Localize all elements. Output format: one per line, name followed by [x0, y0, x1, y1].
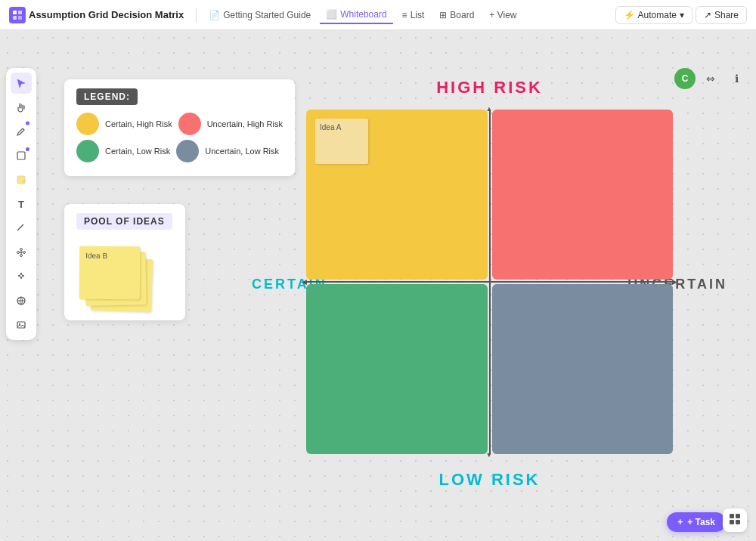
- arrow-down: ▼: [486, 451, 493, 459]
- shape-tool[interactable]: [11, 145, 32, 166]
- svg-rect-5: [17, 152, 25, 159]
- svg-rect-3: [18, 16, 22, 20]
- chevron-down-icon: ▾: [680, 10, 684, 20]
- sticky-stack: Idea D Idea C Idea B: [76, 243, 144, 311]
- text-tool[interactable]: T: [11, 193, 32, 215]
- tab-whiteboard[interactable]: ⬜ Whiteboard: [320, 6, 392, 24]
- svg-rect-1: [18, 11, 22, 14]
- hand-tool[interactable]: [11, 97, 32, 118]
- cell-uncertain-high[interactable]: [492, 110, 674, 280]
- page-title: Assumption Grid Decision Matrix: [29, 9, 184, 20]
- image-tool[interactable]: [11, 314, 32, 335]
- legend-label-certain-high: Certain, High Risk: [105, 119, 172, 129]
- arrow-left: ◀: [302, 278, 307, 286]
- sticky-idea-b[interactable]: Idea B: [79, 246, 141, 300]
- share-icon: ↗: [704, 10, 711, 20]
- doc-icon: 📄: [209, 10, 220, 20]
- tab-getting-started[interactable]: 📄 Getting Started Guide: [203, 7, 317, 23]
- matrix-grid: ◀ ▶ ▲ ▼ Idea A: [306, 110, 673, 454]
- legend-color-certain-low: [76, 140, 99, 162]
- arrow-right: ▶: [672, 278, 677, 286]
- cell-uncertain-low[interactable]: [492, 284, 674, 454]
- legend-color-uncertain-low: [176, 140, 199, 162]
- magic-tool[interactable]: [11, 266, 32, 287]
- svg-rect-0: [13, 11, 17, 14]
- pool-title: POOL OF IDEAS: [76, 213, 172, 230]
- canvas[interactable]: C ⇔ ℹ: [0, 30, 756, 541]
- v-axis-line: ▲ ▼: [489, 110, 491, 454]
- ruler-tool[interactable]: [11, 218, 32, 239]
- svg-rect-2: [13, 16, 17, 20]
- globe-tool[interactable]: [11, 290, 32, 311]
- svg-rect-17: [736, 520, 740, 524]
- cell-certain-low[interactable]: [306, 284, 488, 454]
- grid-view-button[interactable]: [723, 509, 747, 532]
- pen-tool[interactable]: [11, 121, 32, 142]
- tab-board[interactable]: ⊞ Board: [433, 7, 480, 23]
- decision-matrix: HIGH RISK LOW RISK CERTAIN UNCERTAIN ◀ ▶…: [246, 72, 733, 496]
- board-icon: ⊞: [439, 10, 447, 20]
- share-button[interactable]: ↗ Share: [696, 6, 747, 24]
- cursor-tool[interactable]: [11, 73, 32, 94]
- high-risk-label: HIGH RISK: [436, 78, 543, 97]
- pool-of-ideas: POOL OF IDEAS Idea D Idea C Idea B: [64, 204, 185, 320]
- legend-color-uncertain-high: [178, 113, 201, 135]
- connect-tool[interactable]: [11, 242, 32, 263]
- legend-title: LEGEND:: [76, 88, 138, 105]
- svg-rect-14: [730, 514, 734, 518]
- svg-rect-12: [17, 322, 25, 328]
- legend-label-certain-low: Certain, Low Risk: [105, 146, 170, 156]
- cell-certain-high[interactable]: Idea A: [306, 110, 488, 280]
- tool-dot: [26, 122, 29, 125]
- svg-point-8: [23, 252, 26, 254]
- low-risk-label: LOW RISK: [439, 470, 541, 490]
- svg-rect-6: [17, 176, 25, 184]
- shape-dot: [26, 147, 29, 151]
- svg-rect-16: [730, 520, 734, 524]
- tab-view[interactable]: + View: [483, 7, 522, 23]
- svg-point-7: [17, 252, 20, 254]
- legend-color-certain-high: [76, 113, 99, 135]
- svg-point-10: [20, 255, 23, 257]
- list-icon: ≡: [402, 10, 407, 20]
- app-icon: [9, 7, 26, 23]
- idea-a-sticky[interactable]: Idea A: [315, 119, 368, 164]
- svg-point-9: [20, 249, 23, 251]
- automate-button[interactable]: ⚡ Automate ▾: [615, 6, 692, 24]
- plus-icon: +: [677, 517, 683, 527]
- automate-icon: ⚡: [624, 10, 635, 20]
- grid-icon: [729, 513, 741, 525]
- whiteboard-icon: ⬜: [326, 9, 337, 20]
- topbar: Assumption Grid Decision Matrix 📄 Gettin…: [0, 0, 756, 30]
- sticky-tool[interactable]: [11, 169, 32, 190]
- task-button[interactable]: + + Task: [667, 512, 726, 532]
- divider: [196, 8, 197, 23]
- whiteboard-content: LEGEND: Certain, High Risk Uncertain, Hi…: [42, 72, 733, 511]
- arrow-up: ▲: [486, 105, 493, 113]
- tab-list[interactable]: ≡ List: [396, 7, 431, 23]
- left-toolbar: T: [6, 68, 36, 340]
- svg-rect-15: [736, 514, 740, 518]
